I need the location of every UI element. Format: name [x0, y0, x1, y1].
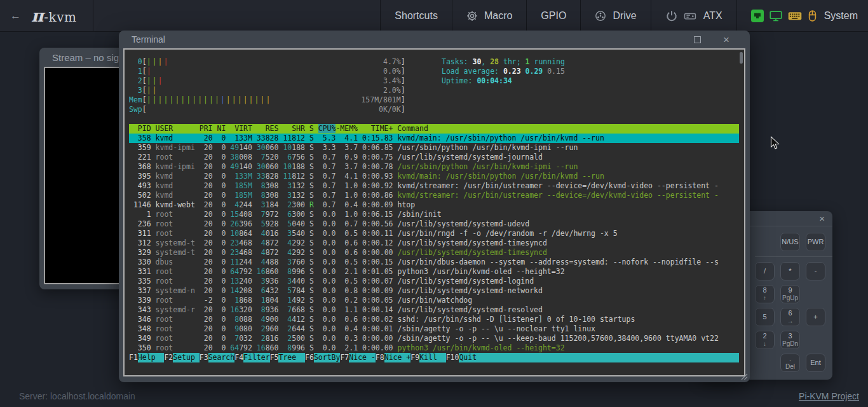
- fkey-F5[interactable]: F5: [270, 353, 279, 362]
- fkey-label[interactable]: Search: [208, 353, 235, 362]
- menu-shortcuts[interactable]: Shortcuts: [380, 0, 452, 31]
- numpad-key-nus[interactable]: N/US: [780, 233, 800, 251]
- fkey-F2[interactable]: F2: [164, 353, 173, 362]
- process-user: kvmd: [151, 172, 195, 181]
- meter-bar: |: [243, 95, 249, 104]
- numpad-key-k6[interactable]: 6→: [780, 308, 800, 326]
- process-row[interactable]: 1146 kvmd-webt 20 0 4244 3184 2300 R 0.7…: [129, 200, 739, 210]
- process-row[interactable]: 358 kvmd 20 0 133M 33828 11812 S 5.3 4.1…: [129, 134, 739, 143]
- process-row[interactable]: 343 systemd-r 20 0 16320 8936 7668 S 0.0…: [129, 305, 739, 315]
- fkey-F8[interactable]: F8: [376, 353, 384, 362]
- meter-bar: |: [220, 95, 226, 104]
- numpad-key-ent[interactable]: Ent: [806, 354, 825, 372]
- fkey-F1[interactable]: F1: [129, 353, 138, 362]
- process-row[interactable]: 221 root 20 0 38008 7520 6756 S 0.7 0.9 …: [129, 153, 739, 162]
- numpad-key-k5[interactable]: 5: [755, 308, 775, 326]
- numpad-key-k8[interactable]: 8↑: [755, 285, 775, 303]
- menu-macro[interactable]: Macro: [452, 0, 526, 31]
- process-table-header[interactable]: PID USER PRI NI VIRT RES SHR S CPU%-MEM%…: [129, 124, 739, 134]
- process-row[interactable]: 359 kvmd-ipmi 20 0 49140 30060 10188 S 3…: [129, 143, 739, 153]
- process-pid: 493: [129, 181, 151, 190]
- numpad-key-k9[interactable]: 9PgUp: [780, 285, 800, 303]
- process-command: /usr/lib/systemd/systemd-logind: [393, 277, 534, 286]
- meter-bar: |: [209, 95, 215, 104]
- numpad-key-k2[interactable]: 2↓: [755, 331, 775, 349]
- meter-value: 4.7%: [383, 57, 401, 67]
- terminal-screen[interactable]: 0[||||4.7%]1[|0.0%]2[|||3.4%]3[||2.0%]Me…: [123, 48, 745, 376]
- menu-macro-label: Macro: [484, 10, 512, 22]
- process-row[interactable]: 502 kvmd 20 0 185M 8308 3132 S 0.7 1.0 0…: [129, 191, 739, 200]
- process-row[interactable]: 346 root 20 0 8088 4900 4412 S 0.0 0.6 0…: [129, 315, 739, 324]
- process-row[interactable]: 348 root 20 0 9080 2960 2644 S 0.0 0.4 0…: [129, 324, 739, 334]
- process-command: /usr/lib/systemd/systemd-udevd: [393, 219, 530, 228]
- fkey-F7[interactable]: F7: [340, 353, 349, 362]
- fkey-label[interactable]: Tree: [278, 353, 305, 362]
- process-row[interactable]: 335 root 20 0 13240 3936 3440 S 0.0 0.5 …: [129, 277, 739, 286]
- terminal-titlebar[interactable]: Terminal ×: [119, 31, 750, 48]
- fkey-F9[interactable]: F9: [410, 353, 419, 362]
- meter-bar: |: [153, 76, 158, 85]
- fkey-F6[interactable]: F6: [305, 353, 314, 362]
- fkey-label[interactable]: Filter: [243, 353, 270, 362]
- process-state: S: [309, 277, 314, 286]
- process-pid: 330: [129, 258, 151, 266]
- fkey-label[interactable]: Setup: [173, 353, 200, 362]
- process-pid: 236: [129, 219, 151, 228]
- fkey-label[interactable]: SortBy: [314, 353, 341, 362]
- process-row[interactable]: 312 systemd-t 20 0 23468 4872 4292 S 0.0…: [129, 238, 739, 248]
- menu-gpio[interactable]: GPIO: [526, 0, 580, 31]
- numpad-key-pwr[interactable]: PWR: [806, 233, 825, 251]
- process-command: /usr/bin/rngd -f -o /dev/random -r /dev/…: [393, 229, 618, 238]
- numpad-key-k3[interactable]: 3PgDn: [780, 331, 800, 349]
- fkey-label[interactable]: Quit: [459, 353, 485, 362]
- key-main: /: [764, 268, 766, 275]
- process-row[interactable]: 339 root -2 0 1868 1804 1492 S 0.0 0.2 0…: [129, 296, 739, 305]
- fkey-label[interactable]: Kill: [419, 353, 446, 362]
- fkey-label[interactable]: Nice -: [349, 353, 376, 362]
- process-row[interactable]: 368 kvmd-ipmi 20 0 49140 30060 10188 S 0…: [129, 162, 739, 172]
- back-arrow-icon[interactable]: ←: [10, 10, 21, 22]
- process-row[interactable]: 329 systemd-t 20 0 23468 4872 4292 S 0.0…: [129, 248, 739, 258]
- process-row[interactable]: 337 systemd-n 20 0 14208 6432 5784 S 0.0…: [129, 286, 739, 296]
- menu-atx[interactable]: ATX: [651, 0, 736, 31]
- pikvm-project-link[interactable]: Pi-KVM Project: [799, 391, 859, 401]
- process-row[interactable]: 395 kvmd 20 0 133M 33828 11812 S 0.7 4.1…: [129, 172, 739, 181]
- meter-2: 2[|||3.4%]: [129, 76, 426, 86]
- process-row[interactable]: 331 root 20 0 64792 16860 8996 S 0.0 2.1…: [129, 267, 739, 277]
- close-button[interactable]: ×: [712, 31, 741, 48]
- process-command: htop: [393, 200, 416, 209]
- fkey-F10[interactable]: F10: [446, 353, 459, 362]
- scrollbar-thumb[interactable]: [740, 52, 743, 64]
- close-icon[interactable]: ×: [819, 214, 825, 223]
- fkey-F3[interactable]: F3: [200, 353, 208, 362]
- numpad-key-star[interactable]: *: [780, 262, 800, 280]
- process-command: /sbin/agetty -o -p -- \u --keep-baud 115…: [393, 334, 719, 343]
- process-row[interactable]: 349 root 20 0 7032 2816 2500 S 0.0 0.3 0…: [129, 334, 739, 343]
- numpad-key-slash[interactable]: /: [755, 262, 775, 280]
- key-main: 8: [763, 287, 766, 294]
- process-row[interactable]: 350 root 20 0 64792 16860 8996 S 0.0 2.1…: [129, 343, 739, 353]
- maximize-button[interactable]: [682, 31, 712, 48]
- process-pid: 311: [129, 229, 151, 238]
- fkey-label[interactable]: Nice +: [384, 353, 411, 362]
- numpad-key-dot[interactable]: .Del: [780, 354, 800, 372]
- resize-grip-icon[interactable]: [740, 373, 748, 380]
- process-row[interactable]: 311 root 20 0 10864 4016 3540 S 0.0 0.5 …: [129, 229, 739, 238]
- process-row[interactable]: 236 root 20 0 26396 5928 5040 S 0.0 0.7 …: [129, 219, 739, 229]
- numpad-key-plus[interactable]: +: [806, 308, 825, 326]
- meter-bar: |: [153, 86, 158, 95]
- process-state: S: [309, 238, 314, 247]
- numpad-key-minus[interactable]: -: [806, 262, 825, 280]
- process-state: S: [309, 172, 314, 181]
- process-state: S: [309, 267, 314, 276]
- process-row[interactable]: 330 dbus 20 0 11244 4488 3760 S 0.0 0.5 …: [129, 258, 739, 267]
- key-sub: ↑: [763, 294, 766, 301]
- process-row[interactable]: 1 root 20 0 15408 7972 6300 S 0.0 1.0 0:…: [129, 210, 739, 219]
- menu-system[interactable]: System: [736, 0, 868, 31]
- menu-drive[interactable]: Drive: [580, 0, 650, 31]
- fkey-label[interactable]: Help: [138, 353, 165, 362]
- process-command: kvmd/streamer: /usr/bin/ustreamer --devi…: [393, 181, 719, 190]
- process-command: python3 /usr/bin/kvmd-oled --height=32: [393, 267, 565, 276]
- fkey-F4[interactable]: F4: [234, 353, 243, 362]
- process-row[interactable]: 493 kvmd 20 0 185M 8308 3132 S 0.7 1.0 0…: [129, 181, 739, 191]
